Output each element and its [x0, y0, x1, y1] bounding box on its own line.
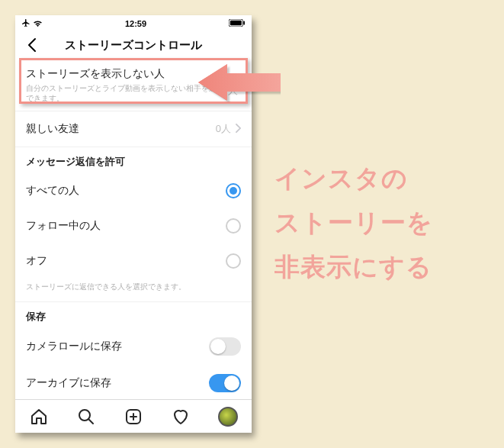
section-save-title: 保存 — [15, 302, 252, 328]
chevron-right-icon — [236, 124, 241, 135]
row-reply-everyone[interactable]: すべての人 — [15, 173, 252, 208]
nav-profile[interactable] — [218, 407, 238, 427]
svg-rect-1 — [243, 21, 245, 25]
bottom-nav — [15, 399, 252, 433]
row-sublabel: 自分のストーリーズとライブ動画を表示しない相手を選択できます。 — [26, 83, 228, 103]
row-reply-off[interactable]: オフ — [15, 243, 252, 279]
airplane-icon — [21, 18, 30, 29]
phone-frame: 12:59 ストーリーズコントロール ストーリーズを表示しない人 自分のストーリ… — [15, 15, 252, 433]
svg-rect-2 — [230, 21, 242, 26]
row-label: アーカイブに保存 — [26, 376, 111, 390]
row-label: カメラロールに保存 — [26, 340, 122, 353]
nav-activity[interactable] — [171, 407, 191, 427]
caption-line: インスタの — [274, 156, 433, 201]
row-close-friends[interactable]: 親しい友達 0人 — [15, 111, 252, 147]
row-label: 親しい友達 — [26, 122, 79, 136]
section-reply-note: ストーリーズに返信できる人を選択できます。 — [15, 279, 252, 301]
section-reply-title: メッセージ返信を許可 — [15, 147, 252, 173]
wifi-icon — [33, 19, 43, 28]
row-value: 0人 — [216, 122, 231, 136]
radio-icon — [226, 253, 241, 269]
settings-list: ストーリーズを表示しない人 自分のストーリーズとライブ動画を表示しない相手を選択… — [15, 60, 252, 401]
status-time: 12:59 — [125, 19, 146, 28]
row-hide-story-from[interactable]: ストーリーズを表示しない人 自分のストーリーズとライブ動画を表示しない相手を選択… — [15, 60, 252, 111]
svg-line-4 — [88, 419, 93, 424]
battery-icon — [229, 19, 246, 28]
row-label: オフ — [26, 254, 47, 268]
toggle-on-icon[interactable] — [209, 374, 241, 392]
row-label: フォロー中の人 — [26, 219, 101, 233]
nav-new-post[interactable] — [124, 407, 143, 427]
row-reply-following[interactable]: フォロー中の人 — [15, 208, 252, 243]
status-bar: 12:59 — [15, 15, 252, 31]
page-title: ストーリーズコントロール — [41, 38, 226, 53]
radio-icon — [226, 218, 241, 234]
row-value: 0人 — [228, 73, 241, 98]
row-save-camera-roll[interactable]: カメラロールに保存 — [15, 328, 252, 365]
row-save-archive[interactable]: アーカイブに保存 — [15, 365, 252, 401]
caption-line: 非表示にする — [274, 245, 433, 289]
row-label: すべての人 — [26, 184, 79, 198]
row-label: ストーリーズを表示しない人 — [26, 67, 228, 81]
avatar — [218, 407, 238, 427]
nav-search[interactable] — [76, 407, 96, 427]
back-button[interactable] — [23, 37, 41, 53]
toggle-off-icon[interactable] — [209, 337, 241, 356]
radio-selected-icon — [226, 183, 241, 198]
nav-home[interactable] — [29, 407, 49, 427]
annotation-caption: インスタの ストーリーを 非表示にする — [274, 156, 433, 288]
caption-line: ストーリーを — [274, 201, 433, 245]
header: ストーリーズコントロール — [15, 31, 252, 60]
